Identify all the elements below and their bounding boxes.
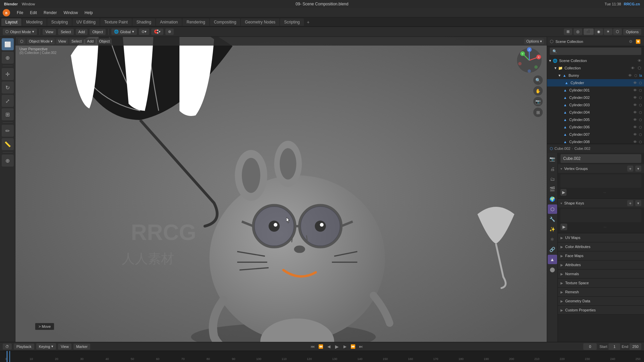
- normals-header[interactable]: ▶ Normals: [558, 269, 644, 278]
- current-frame-input[interactable]: [583, 343, 597, 350]
- viewport-add-btn[interactable]: Add: [85, 39, 96, 44]
- grid-btn[interactable]: ⊞: [533, 108, 543, 117]
- tab-compositing[interactable]: Compositing: [210, 18, 240, 26]
- options-btn[interactable]: Options: [623, 29, 641, 35]
- viewport-view-btn[interactable]: View: [56, 39, 68, 44]
- menu-render[interactable]: Render: [41, 9, 59, 16]
- end-frame-input[interactable]: [630, 343, 641, 350]
- viewport[interactable]: RRCG 人人素材 RRCG ⬡ Object Mode ▾ View Sele…: [15, 37, 547, 342]
- overlay-btn[interactable]: ⊞: [564, 28, 572, 35]
- viewport-wireframe[interactable]: ⬡: [613, 28, 622, 35]
- pivot-btn[interactable]: ⊙▾: [139, 28, 149, 35]
- viewport-mode-btn[interactable]: Object Mode ▾: [27, 39, 55, 44]
- nav-constraints[interactable]: 🔗: [548, 245, 557, 254]
- timeline-editor-btn[interactable]: ⏱: [3, 344, 12, 350]
- outliner-cyl006[interactable]: ▲ Cylinder.006 👁 ⬡: [547, 123, 644, 131]
- tab-layout[interactable]: Layout: [1, 18, 21, 26]
- nav-modifier[interactable]: 🔧: [548, 215, 557, 224]
- prev-frame-btn[interactable]: ◀: [326, 344, 332, 350]
- attributes-header[interactable]: ▶ Attributes: [558, 260, 644, 269]
- outliner-cyl007[interactable]: ▲ Cylinder.007 👁 ⬡: [547, 131, 644, 138]
- tab-rendering[interactable]: Rendering: [182, 18, 209, 26]
- uv-maps-header[interactable]: ▶ UV Maps: [558, 233, 644, 242]
- app-name[interactable]: Blender: [4, 2, 18, 6]
- view-menu-btn[interactable]: View: [43, 29, 56, 35]
- vg-expand-btn[interactable]: ▶: [560, 189, 567, 196]
- menu-window[interactable]: Window: [61, 9, 80, 16]
- outliner-cylinder[interactable]: ▲ Cylinder 👁 ⬡: [547, 79, 644, 86]
- tab-sculpting[interactable]: Sculpting: [47, 18, 72, 26]
- outliner-search-input[interactable]: [550, 48, 641, 55]
- nav-world[interactable]: 🌍: [548, 194, 557, 204]
- nav-output[interactable]: 🖨: [548, 164, 557, 174]
- color-attr-header[interactable]: ▶ Color Attributes: [558, 242, 644, 251]
- sk-down-btn[interactable]: ▾: [635, 200, 641, 206]
- next-frame-btn[interactable]: ▶: [342, 344, 348, 350]
- outliner-cyl003[interactable]: ▲ Cylinder.003 👁 ⬡: [547, 101, 644, 109]
- nav-data[interactable]: ▲: [548, 255, 557, 264]
- editor-type-btn[interactable]: ⬡: [18, 39, 25, 44]
- tool-measure[interactable]: 📏: [2, 138, 14, 150]
- tool-scale[interactable]: ⤢: [2, 95, 14, 107]
- proportional-btn[interactable]: ⊚: [165, 28, 174, 35]
- keying-btn[interactable]: Keying ▾: [36, 343, 56, 350]
- cyl001-eye[interactable]: 👁: [632, 87, 638, 93]
- marker-btn[interactable]: Marker: [73, 344, 90, 350]
- collection-eye[interactable]: 👁: [630, 65, 635, 71]
- sk-expand-btn[interactable]: ▶: [560, 224, 567, 230]
- next-keyframe-btn[interactable]: ⏩: [350, 344, 356, 350]
- add-workspace-button[interactable]: +: [305, 18, 312, 26]
- object-name-field[interactable]: Cube.002: [560, 154, 641, 163]
- viewport-options-btn[interactable]: Options ▾: [524, 39, 544, 44]
- object-menu-btn[interactable]: Object: [90, 29, 106, 35]
- menu-help[interactable]: Help: [82, 9, 96, 16]
- viewport-gizmo[interactable]: X Y Z: [516, 47, 543, 74]
- jump-end-btn[interactable]: ⏭: [358, 344, 364, 350]
- cyl008-eye[interactable]: 👁: [632, 139, 638, 144]
- pan-btn[interactable]: ✋: [533, 86, 543, 96]
- viewport-material[interactable]: ◉: [594, 28, 603, 35]
- tool-add[interactable]: ⊕: [2, 155, 14, 167]
- tool-annotate[interactable]: ✏: [2, 125, 14, 137]
- select-menu-btn[interactable]: Select: [58, 29, 74, 35]
- vg-add-btn[interactable]: +: [627, 166, 633, 172]
- vg-down-btn[interactable]: ▾: [635, 166, 641, 172]
- cyl007-eye[interactable]: 👁: [632, 132, 638, 137]
- tab-shading[interactable]: Shading: [132, 18, 155, 26]
- custom-props-header[interactable]: ▶ Custom Properties: [558, 306, 644, 314]
- toolbar-mode-btn[interactable]: ⬡ Object Mode ▾: [3, 28, 37, 35]
- timeline-view-btn[interactable]: View: [58, 344, 71, 350]
- blender-logo[interactable]: B: [3, 9, 10, 16]
- tool-cursor[interactable]: ⊕: [2, 52, 14, 64]
- geometry-data-header[interactable]: ▶ Geometry Data: [558, 297, 644, 305]
- nav-physics[interactable]: ⚛: [548, 235, 557, 244]
- zoom-btn[interactable]: 🔍: [533, 75, 543, 85]
- outliner-cyl002[interactable]: ▲ Cylinder.002 👁 ⬡: [547, 94, 644, 101]
- cyl003-eye[interactable]: 👁: [632, 102, 638, 108]
- nav-object[interactable]: ⬡: [548, 204, 557, 214]
- breadcrumb-left[interactable]: Cube.002: [554, 146, 571, 150]
- window-menu[interactable]: Window: [22, 2, 35, 6]
- tool-rotate[interactable]: ↻: [2, 81, 14, 94]
- tab-scripting[interactable]: Scripting: [280, 18, 304, 26]
- outliner-filter-icon[interactable]: 🔽: [635, 38, 641, 45]
- nav-scene[interactable]: 🎬: [548, 184, 557, 194]
- camera-btn[interactable]: 📷: [533, 97, 543, 106]
- tool-select[interactable]: ⬜: [2, 38, 14, 50]
- bunny-filter[interactable]: ⬡: [634, 74, 637, 77]
- remesh-header[interactable]: ▶ Remesh: [558, 288, 644, 296]
- collection-filter[interactable]: ⬡: [637, 65, 642, 71]
- shape-keys-header[interactable]: ▾ Shape Keys + ▾: [558, 199, 644, 207]
- filter-btn[interactable]: ⚙: [627, 38, 634, 45]
- transform-dropdown[interactable]: 🌐 Global ▾: [111, 28, 137, 35]
- tab-texture-paint[interactable]: Texture Paint: [100, 18, 132, 26]
- menu-file[interactable]: File: [14, 9, 26, 16]
- outliner-cyl005[interactable]: ▲ Cylinder.005 👁 ⬡: [547, 116, 644, 123]
- tool-transform[interactable]: ⊞: [2, 108, 14, 120]
- tab-geometry-nodes[interactable]: Geometry Nodes: [241, 18, 279, 26]
- tool-move[interactable]: ✛: [2, 68, 14, 80]
- playback-btn[interactable]: Playback: [14, 344, 34, 350]
- cyl006-eye[interactable]: 👁: [632, 124, 638, 130]
- cylinder-eye[interactable]: 👁: [632, 80, 638, 85]
- xray-btn[interactable]: ◎: [574, 28, 582, 35]
